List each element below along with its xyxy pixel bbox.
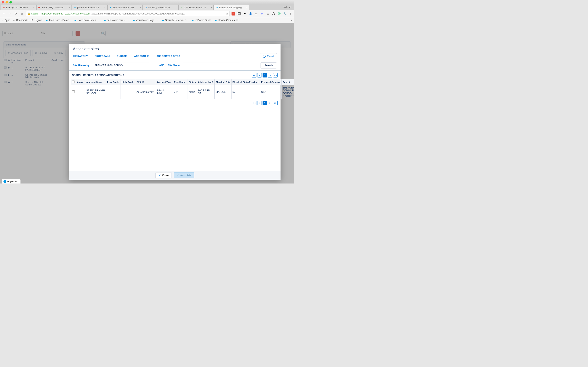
bookmark-item[interactable]: ☁How to Create and...	[214, 18, 240, 22]
ext-icon[interactable]: ☁	[266, 12, 269, 16]
tab-favicon-icon: M	[38, 6, 41, 9]
tab-hierarchy[interactable]: HIERARCHY	[73, 52, 88, 60]
pager-first[interactable]: <<	[252, 101, 256, 105]
bookmarks-bar: ⠿Apps★Bookmarks🗎Sign in☁Tech Docs - Data…	[0, 17, 294, 23]
wrench-icon[interactable]: 🔧	[283, 12, 287, 16]
pager-prev[interactable]: <	[257, 73, 262, 77]
bookmark-star-icon[interactable]: ☆	[225, 12, 228, 16]
site-name-input[interactable]	[183, 63, 240, 68]
url-path: /apex/LineItemSiteMapping?configRequestI…	[91, 12, 186, 15]
page-content: Proposal: Q-00002153 Start Date: 08/01/2…	[0, 23, 294, 184]
tab-close-icon[interactable]: ×	[69, 6, 70, 9]
modal-title: Associate sites	[69, 44, 281, 52]
tab-close-icon[interactable]: ×	[175, 6, 177, 9]
modal-tab-bar: HIERARCHY PROPOSAL# CUSTOM ACCOUNT ID AS…	[69, 52, 281, 60]
tab-close-icon[interactable]: ×	[211, 6, 212, 9]
extension-icons: ⠿7 🔲 ✦ 👤 ▭ ◆ ☁ ◯ Ⓖ 🔧 ⋮	[232, 12, 292, 16]
tab-title: [Partial Sandbox AMS	[113, 6, 139, 9]
tab-favicon-icon: r	[180, 6, 183, 9]
pager-page[interactable]: 1	[263, 73, 267, 77]
browser-tab[interactable]: ☁[Partial Sandbox AMS×	[107, 5, 143, 10]
row-checkbox[interactable]	[72, 90, 75, 93]
organizer-icon	[3, 180, 6, 183]
tab-favicon-icon: ☁	[215, 6, 218, 9]
tab-title: Inbox (473) - minkesh	[6, 6, 32, 9]
modal-footer: ✕ Close ✓ Associate	[69, 171, 281, 180]
pager-first[interactable]: <<	[252, 73, 256, 77]
tab-title: Inbox (875) - minkesh	[42, 6, 68, 9]
address-bar[interactable]: 🔒 Secure | https://de--statdemo--c.cs17.…	[26, 11, 229, 16]
browser-tab[interactable]: MInbox (473) - minkesh×	[1, 5, 36, 10]
forward-button: →	[8, 12, 12, 16]
browser-tab[interactable]: MInbox (875) - minkesh×	[36, 5, 71, 10]
pager-page[interactable]: 1	[263, 101, 267, 105]
site-hierarchy-input[interactable]	[93, 63, 150, 68]
close-window[interactable]	[2, 1, 4, 3]
bookmark-item[interactable]: ☁Core Data Types U...	[74, 18, 100, 22]
ext-icon[interactable]: Ⓖ	[277, 12, 281, 16]
reset-icon	[263, 55, 266, 58]
ext-icon[interactable]: ✦	[243, 12, 247, 16]
reload-button[interactable]: ⟳	[14, 12, 18, 16]
pager-last[interactable]: >>	[273, 73, 278, 77]
maximize-window[interactable]	[9, 1, 12, 3]
tab-close-icon[interactable]: ×	[246, 6, 248, 9]
tab-favicon-icon: Ci	[144, 6, 147, 9]
bookmarks-overflow[interactable]: »	[291, 19, 292, 22]
reset-button[interactable]: Reset	[260, 53, 277, 59]
result-table-wrapper: Assoc Account Name▲ Low Grade High Grade…	[69, 79, 281, 99]
associate-sites-modal: Associate sites HIERARCHY PROPOSAL# CUST…	[69, 44, 281, 180]
pager-prev[interactable]: <	[257, 101, 262, 105]
browser-tab[interactable]: ☁LineItem Site Mapping×	[214, 5, 249, 10]
tab-account-id[interactable]: ACCOUNT ID	[134, 52, 150, 60]
result-summary-bar: SEARCH RESULT - 1 ASSOCIATED SITES - 0 <…	[69, 71, 281, 79]
tab-proposal[interactable]: PROPOSAL#	[94, 52, 110, 60]
profile-name[interactable]: minkesh	[280, 6, 294, 8]
result-row[interactable]: SPENCER HIGH SCHOOL A6UJ9A002A0A School …	[71, 85, 294, 99]
bookmark-item[interactable]: ☁Visualforce Page ~...	[132, 18, 159, 22]
select-all-checkbox[interactable]	[72, 81, 75, 83]
minimize-window[interactable]	[6, 1, 8, 3]
menu-icon[interactable]: ⋮	[289, 12, 292, 16]
tab-close-icon[interactable]: ×	[104, 6, 105, 9]
tab-strip: MInbox (473) - minkesh×MInbox (875) - mi…	[0, 4, 294, 10]
bookmark-item[interactable]: ☁Security Review - d...	[162, 18, 188, 22]
ext-icon[interactable]: ◆	[260, 12, 264, 16]
back-button[interactable]: ←	[2, 12, 6, 16]
home-button[interactable]: ⌂	[20, 12, 24, 16]
bookmark-item[interactable]: 🗎Sign in	[31, 18, 42, 22]
browser-tab[interactable]: ☁[Partial Sandbox AMS×	[72, 5, 107, 10]
browser-tab[interactable]: rG M Breweries Ltd - S×	[178, 5, 214, 10]
browser-tab[interactable]: CiSkm Egg Products Ex×	[143, 5, 178, 10]
bookmark-item[interactable]: ☁ISVforce Guide	[191, 18, 211, 22]
pager-next[interactable]: >	[268, 101, 272, 105]
result-table: Assoc Account Name▲ Low Grade High Grade…	[71, 79, 294, 99]
bookmark-item[interactable]: ☁Tech Docs - Datab...	[45, 18, 71, 22]
ext-icon[interactable]: ⠿7	[232, 12, 235, 16]
associate-button[interactable]: ✓ Associate	[174, 172, 194, 178]
tab-close-icon[interactable]: ×	[33, 6, 35, 9]
tab-favicon-icon: ☁	[73, 6, 76, 9]
bookmark-item[interactable]: ★Bookmarks	[13, 18, 28, 22]
ext-icon[interactable]: 👤	[249, 12, 252, 16]
bookmark-item[interactable]: ⠿Apps	[2, 18, 10, 22]
modal-filter-row: Site Hierarchy AND Site Name Search	[69, 60, 281, 71]
search-button[interactable]: Search	[260, 62, 277, 68]
tab-custom[interactable]: CUSTOM	[116, 52, 128, 60]
close-button[interactable]: ✕ Close	[155, 172, 172, 178]
tab-title: G M Breweries Ltd - S	[184, 6, 210, 9]
and-label: AND	[159, 64, 164, 67]
pager-top: << < 1 > >>	[252, 73, 278, 77]
tab-associated-sites[interactable]: ASSOCIATED SITES	[156, 52, 181, 60]
tab-close-icon[interactable]: ×	[140, 6, 141, 9]
organizer-widget[interactable]: organizer	[2, 179, 21, 184]
ext-icon[interactable]: 🔲	[237, 12, 241, 16]
bookmark-item[interactable]: ☁salesforce.com - U...	[103, 18, 130, 22]
ext-icon[interactable]: ▭	[254, 12, 258, 16]
ext-icon[interactable]: ◯	[272, 12, 275, 16]
site-name-label: Site Name	[168, 64, 180, 67]
check-icon: ✓	[177, 174, 179, 177]
pager-next[interactable]: >	[268, 73, 272, 77]
pager-last[interactable]: >>	[273, 101, 278, 105]
close-icon: ✕	[158, 174, 161, 177]
